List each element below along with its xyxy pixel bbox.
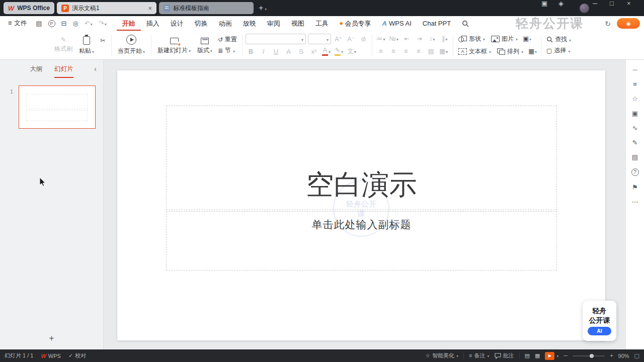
tab-chat-ppt[interactable]: Chat PPT bbox=[417, 16, 456, 31]
tab-slideshow[interactable]: 放映 bbox=[237, 16, 262, 31]
title-placeholder[interactable]: 空白演示 bbox=[166, 106, 557, 210]
line-spacing-button[interactable] bbox=[427, 34, 437, 44]
shapes-button[interactable]: 形状 bbox=[456, 35, 487, 43]
print-preview-icon[interactable] bbox=[73, 20, 78, 27]
format-painter-button[interactable]: 格式刷 bbox=[51, 32, 75, 58]
decrease-indent-button[interactable] bbox=[401, 34, 412, 44]
close-tab-icon[interactable] bbox=[148, 5, 152, 12]
course-badge[interactable]: 轻舟 公开课 AI bbox=[583, 301, 616, 341]
notes-button[interactable]: 备注 bbox=[469, 352, 489, 359]
find-button[interactable]: 查找 bbox=[544, 35, 573, 44]
wps-home-tab[interactable]: W WPS Office bbox=[4, 2, 54, 14]
redo-button[interactable] bbox=[99, 20, 107, 27]
tab-member[interactable]: 会员专享 bbox=[334, 16, 377, 31]
wps-status-button[interactable]: WWPS bbox=[41, 353, 60, 359]
numbering-button[interactable] bbox=[388, 34, 399, 44]
tab-animation[interactable]: 动画 bbox=[213, 16, 237, 31]
gift-icon[interactable] bbox=[558, 0, 576, 16]
undo-button[interactable] bbox=[85, 20, 93, 27]
italic-button[interactable]: I bbox=[258, 47, 269, 57]
zoom-level[interactable]: 90% bbox=[618, 353, 629, 359]
arrange-button[interactable]: 排列 bbox=[495, 47, 525, 56]
collapse-toolbar-icon[interactable] bbox=[632, 66, 637, 73]
font-size-select[interactable] bbox=[308, 34, 331, 44]
strikethrough-button[interactable]: A bbox=[283, 47, 294, 57]
sync-icon[interactable] bbox=[605, 20, 611, 27]
pictures-button[interactable]: 图片 bbox=[489, 35, 520, 43]
normal-view-icon[interactable] bbox=[525, 353, 530, 358]
close-window-button[interactable] bbox=[627, 0, 644, 16]
new-slide-button[interactable]: 新建幻灯片 bbox=[154, 32, 194, 58]
increase-font-button[interactable]: A⁺ bbox=[333, 34, 344, 44]
more-insert-button[interactable] bbox=[527, 46, 538, 56]
save-icon[interactable] bbox=[36, 20, 42, 27]
bullets-button[interactable] bbox=[375, 34, 386, 44]
zoom-slider[interactable] bbox=[573, 355, 605, 356]
cut-button[interactable] bbox=[98, 36, 108, 46]
columns-button[interactable] bbox=[439, 34, 450, 44]
tab-wps-ai[interactable]: AWPS AI bbox=[377, 16, 417, 31]
collapse-panel-icon[interactable] bbox=[94, 65, 97, 73]
underline-button[interactable]: U bbox=[271, 47, 281, 57]
layout-button[interactable]: 版式 bbox=[194, 32, 216, 58]
clear-format-button[interactable]: ⊘ bbox=[358, 34, 369, 44]
user-avatar[interactable] bbox=[576, 0, 593, 16]
superscript-button[interactable]: x² bbox=[308, 47, 319, 57]
paste-button[interactable]: 粘贴 bbox=[75, 32, 98, 58]
document-tab[interactable]: P 演示文稿1 bbox=[57, 2, 156, 14]
tab-home[interactable]: 开始 bbox=[117, 16, 141, 31]
align-left-button[interactable] bbox=[375, 46, 386, 56]
export-pdf-icon[interactable] bbox=[48, 20, 55, 27]
subtitle-placeholder[interactable]: 单击此处输入副标题 bbox=[166, 211, 557, 270]
file-menu-button[interactable]: 文件 bbox=[4, 19, 31, 28]
distribute-button[interactable] bbox=[426, 46, 436, 56]
smart-beautify-button[interactable]: 智能美化 bbox=[425, 352, 458, 359]
more-tools-icon[interactable] bbox=[632, 199, 638, 205]
slide-thumbnail[interactable] bbox=[19, 85, 96, 129]
play-from-current-button[interactable]: 当页开始 bbox=[115, 32, 148, 58]
increase-indent-button[interactable] bbox=[414, 34, 425, 44]
properties-icon[interactable] bbox=[633, 81, 637, 87]
align-center-button[interactable] bbox=[388, 46, 398, 56]
chart-icon[interactable] bbox=[632, 125, 638, 131]
text-shadow-button[interactable]: S bbox=[296, 47, 306, 57]
edit-tools-icon[interactable] bbox=[632, 139, 638, 146]
favorites-icon[interactable] bbox=[632, 96, 638, 102]
section-button[interactable]: 节 bbox=[216, 46, 239, 55]
tab-review[interactable]: 审阅 bbox=[262, 16, 286, 31]
decrease-font-button[interactable]: A⁻ bbox=[346, 34, 356, 44]
print-icon[interactable] bbox=[61, 20, 67, 27]
bold-button[interactable]: B bbox=[246, 47, 256, 57]
proofread-button[interactable]: 校对 bbox=[68, 352, 86, 359]
zoom-slider-thumb[interactable] bbox=[590, 354, 594, 358]
window-layout-icon[interactable] bbox=[541, 0, 558, 16]
tab-tools[interactable]: 工具 bbox=[310, 16, 334, 31]
notes-pane-icon[interactable] bbox=[632, 154, 638, 160]
align-right-button[interactable] bbox=[400, 46, 411, 56]
fit-window-icon[interactable] bbox=[634, 353, 639, 358]
comments-button[interactable]: 批注 bbox=[495, 352, 514, 359]
tab-transition[interactable]: 切换 bbox=[189, 16, 213, 31]
template-guide-tab[interactable]: 标准模板指南 bbox=[159, 2, 254, 14]
play-slideshow-button[interactable]: ▶ bbox=[545, 352, 558, 360]
tab-design[interactable]: 设计 bbox=[165, 16, 189, 31]
play-button[interactable]: ▶ bbox=[545, 352, 554, 360]
slide-sorter-icon[interactable] bbox=[535, 353, 540, 358]
justify-button[interactable] bbox=[413, 46, 424, 56]
font-name-select[interactable] bbox=[246, 34, 306, 44]
member-upgrade-button[interactable] bbox=[617, 18, 640, 29]
text-direction-button[interactable] bbox=[438, 46, 449, 56]
flag-icon[interactable] bbox=[632, 184, 638, 191]
tab-view[interactable]: 视图 bbox=[286, 16, 310, 31]
insert-media-button[interactable] bbox=[522, 34, 532, 44]
tab-slides-pane[interactable]: 幻灯片 bbox=[54, 60, 73, 78]
minimize-button[interactable] bbox=[593, 0, 610, 16]
help-icon[interactable] bbox=[631, 168, 639, 176]
highlight-color-button[interactable] bbox=[334, 47, 344, 57]
maximize-button[interactable] bbox=[610, 0, 627, 16]
new-tab-button[interactable] bbox=[259, 4, 267, 12]
select-button[interactable]: 选择 bbox=[544, 46, 573, 55]
font-color-button[interactable]: A bbox=[321, 47, 332, 57]
textbox-button[interactable]: 文本框 bbox=[456, 47, 493, 56]
add-slide-button[interactable] bbox=[49, 334, 54, 342]
